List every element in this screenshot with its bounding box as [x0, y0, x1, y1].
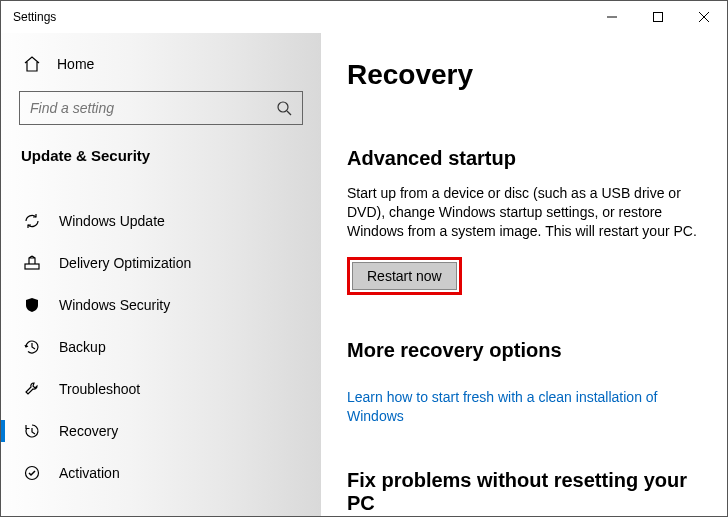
fix-problems-title: Fix problems without resetting your PC	[347, 469, 709, 515]
svg-point-4	[278, 102, 288, 112]
sidebar-item-backup[interactable]: Backup	[1, 326, 321, 368]
search-input[interactable]	[30, 100, 276, 116]
sidebar-item-label: Activation	[59, 465, 120, 481]
advanced-startup-title: Advanced startup	[347, 147, 709, 170]
wrench-icon	[23, 380, 41, 398]
category-header: Update & Security	[19, 147, 303, 164]
start-fresh-link[interactable]: Learn how to start fresh with a clean in…	[347, 388, 709, 426]
home-label: Home	[57, 56, 94, 72]
svg-rect-6	[25, 264, 39, 269]
close-button[interactable]	[681, 1, 727, 33]
shield-icon	[23, 296, 41, 314]
sidebar-item-label: Windows Security	[59, 297, 170, 313]
window-controls	[589, 1, 727, 33]
svg-line-5	[287, 111, 291, 115]
sidebar-item-windows-update[interactable]: Windows Update	[1, 200, 321, 242]
search-box[interactable]	[19, 91, 303, 125]
page-title: Recovery	[347, 59, 709, 91]
sidebar-item-windows-security[interactable]: Windows Security	[1, 284, 321, 326]
sidebar-item-label: Delivery Optimization	[59, 255, 191, 271]
sidebar-item-delivery-optimization[interactable]: Delivery Optimization	[1, 242, 321, 284]
restart-highlight: Restart now	[347, 257, 462, 295]
minimize-button[interactable]	[589, 1, 635, 33]
sidebar-item-troubleshoot[interactable]: Troubleshoot	[1, 368, 321, 410]
search-icon	[276, 100, 292, 116]
main-content: Recovery Advanced startup Start up from …	[321, 33, 727, 516]
recovery-icon	[23, 422, 41, 440]
sync-icon	[23, 212, 41, 230]
svg-rect-1	[654, 13, 663, 22]
titlebar: Settings	[1, 1, 727, 33]
sidebar-item-recovery[interactable]: Recovery	[1, 410, 321, 452]
delivery-icon	[23, 254, 41, 272]
activation-icon	[23, 464, 41, 482]
more-recovery-title: More recovery options	[347, 339, 709, 362]
window-title: Settings	[13, 10, 56, 24]
sidebar-item-label: Windows Update	[59, 213, 165, 229]
backup-icon	[23, 338, 41, 356]
sidebar-item-label: Troubleshoot	[59, 381, 140, 397]
home-icon	[23, 55, 41, 73]
sidebar: Home Update & Security Windows Update De…	[1, 33, 321, 516]
restart-now-button[interactable]: Restart now	[352, 262, 457, 290]
home-nav[interactable]: Home	[19, 33, 303, 91]
maximize-button[interactable]	[635, 1, 681, 33]
advanced-startup-desc: Start up from a device or disc (such as …	[347, 184, 709, 241]
sidebar-item-activation[interactable]: Activation	[1, 452, 321, 494]
sidebar-item-label: Backup	[59, 339, 106, 355]
sidebar-item-label: Recovery	[59, 423, 118, 439]
nav-list: Windows Update Delivery Optimization Win…	[1, 200, 321, 494]
